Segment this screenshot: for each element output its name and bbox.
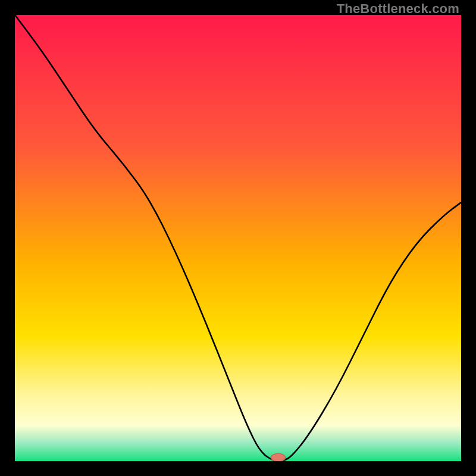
chart-frame: TheBottleneck.com	[0, 0, 476, 476]
plot-area	[15, 15, 461, 461]
curve-layer	[15, 15, 461, 461]
bottleneck-curve	[15, 15, 461, 461]
optimal-marker	[271, 453, 286, 461]
watermark-text: TheBottleneck.com	[337, 1, 459, 17]
